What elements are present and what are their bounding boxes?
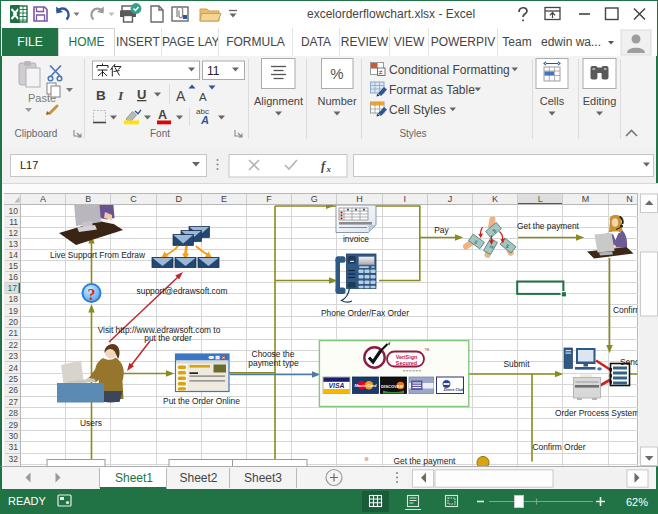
svg-text:support@edrawsoft.com: support@edrawsoft.com xyxy=(137,286,228,296)
svg-text:≠: ≠ xyxy=(379,68,383,77)
svg-text:31: 31 xyxy=(9,442,19,452)
svg-text:Pay: Pay xyxy=(434,225,449,235)
svg-text:I: I xyxy=(117,88,124,103)
svg-text:18: 18 xyxy=(9,294,19,304)
svg-text:Sheet2: Sheet2 xyxy=(179,471,217,485)
svg-text:A: A xyxy=(176,88,186,104)
svg-text:Phone Order/Fax Order: Phone Order/Fax Order xyxy=(321,308,409,318)
svg-text:22: 22 xyxy=(9,340,19,350)
svg-text:Order Process System: Order Process System xyxy=(555,408,639,418)
svg-text:26: 26 xyxy=(9,385,19,395)
svg-text:30: 30 xyxy=(9,431,19,441)
svg-text:payment type: payment type xyxy=(248,358,299,368)
svg-text:Diners Club: Diners Club xyxy=(444,388,465,392)
svg-text:invoice: invoice xyxy=(343,234,369,244)
svg-text:MasterCard: MasterCard xyxy=(354,383,377,388)
svg-text:G: G xyxy=(311,194,318,204)
svg-text:N: N xyxy=(626,194,633,204)
svg-text:%: % xyxy=(330,65,343,82)
svg-text:Confirm Order: Confirm Order xyxy=(532,442,585,452)
svg-text:Get the payment: Get the payment xyxy=(517,221,580,231)
svg-text:B: B xyxy=(96,88,106,103)
svg-text:put the order: put the order xyxy=(144,333,192,343)
svg-text:READY: READY xyxy=(8,495,47,507)
svg-text:Alignment: Alignment xyxy=(254,95,303,107)
svg-text:J: J xyxy=(448,194,453,204)
svg-text:?: ? xyxy=(88,286,96,303)
svg-text:Put the Order Online: Put the Order Online xyxy=(163,396,240,406)
svg-text:Styles: Styles xyxy=(399,128,426,139)
svg-text:23: 23 xyxy=(9,351,19,361)
svg-text:M: M xyxy=(582,194,590,204)
svg-text:Conditional Formatting: Conditional Formatting xyxy=(389,63,510,77)
svg-text:32: 32 xyxy=(9,454,19,464)
svg-text:Cell Styles: Cell Styles xyxy=(389,103,446,117)
svg-text:C: C xyxy=(130,194,137,204)
svg-text:12: 12 xyxy=(9,228,19,238)
svg-text:15: 15 xyxy=(9,261,19,271)
svg-text:Live Support From Edraw: Live Support From Edraw xyxy=(50,250,146,260)
svg-text:DISCOVER: DISCOVER xyxy=(381,384,403,389)
svg-text:B: B xyxy=(85,194,91,204)
svg-text:Editing: Editing xyxy=(583,95,617,107)
svg-text:F: F xyxy=(266,194,272,204)
svg-text:Clipboard: Clipboard xyxy=(15,128,58,139)
svg-text:Get the payment: Get the payment xyxy=(394,456,457,466)
svg-text:I: I xyxy=(403,194,406,204)
svg-text:TM: TM xyxy=(425,348,430,352)
svg-text:x: x xyxy=(326,164,332,174)
svg-text:Format as Table: Format as Table xyxy=(389,83,475,97)
svg-text:L: L xyxy=(538,194,543,204)
svg-text:29: 29 xyxy=(9,420,19,430)
svg-text:62%: 62% xyxy=(626,496,648,508)
svg-text:19: 19 xyxy=(9,306,19,316)
svg-text:Secured: Secured xyxy=(396,360,417,366)
svg-text:11: 11 xyxy=(207,64,220,78)
svg-text:VISA: VISA xyxy=(329,382,345,389)
svg-text:H: H xyxy=(356,194,363,204)
svg-text:11: 11 xyxy=(9,217,18,227)
svg-text:Submit: Submit xyxy=(503,359,530,369)
svg-text:17: 17 xyxy=(8,283,18,293)
svg-text:16: 16 xyxy=(9,272,19,282)
svg-text:25: 25 xyxy=(9,374,19,384)
svg-text:Font: Font xyxy=(150,128,170,139)
svg-text:E: E xyxy=(221,194,227,204)
svg-text:14: 14 xyxy=(9,250,19,260)
svg-text:A: A xyxy=(158,108,167,122)
svg-text:10: 10 xyxy=(9,206,19,216)
svg-text:A: A xyxy=(40,194,46,204)
svg-text:28: 28 xyxy=(9,408,19,418)
svg-text:20: 20 xyxy=(9,317,19,327)
svg-text:13: 13 xyxy=(9,239,19,249)
svg-text:K: K xyxy=(492,194,498,204)
svg-text:Cells: Cells xyxy=(540,95,565,107)
svg-text:U: U xyxy=(137,87,146,102)
svg-text:21: 21 xyxy=(9,328,19,338)
svg-text:27: 27 xyxy=(9,397,19,407)
svg-text:Sheet1: Sheet1 xyxy=(115,471,153,485)
svg-text:Sheet3: Sheet3 xyxy=(244,471,282,485)
svg-text:A: A xyxy=(200,114,209,126)
svg-text:D: D xyxy=(175,194,182,204)
svg-text:VeriSign: VeriSign xyxy=(396,354,418,360)
svg-text:24: 24 xyxy=(9,363,19,373)
svg-text:Number: Number xyxy=(317,95,356,107)
svg-text:Users: Users xyxy=(80,418,102,428)
svg-text:A: A xyxy=(199,91,207,103)
